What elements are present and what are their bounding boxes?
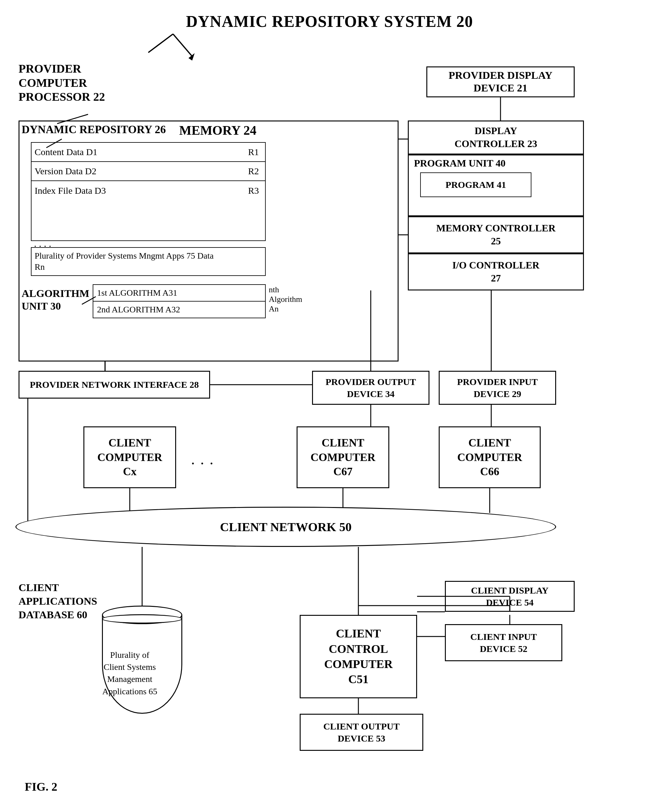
client-cx-box: CLIENT COMPUTER Cx [84, 426, 176, 488]
table-row: Version Data D2 R2 [32, 162, 265, 181]
client-c67-box: CLIENT COMPUTER C67 [296, 426, 389, 488]
client-output-box: CLIENT OUTPUT DEVICE 53 [300, 714, 423, 751]
provider-network-box: PROVIDER NETWORK INTERFACE 28 [19, 371, 210, 399]
client-network-ellipse: CLIENT NETWORK 50 [16, 507, 556, 547]
provider-output-box: PROVIDER OUTPUT DEVICE 34 [312, 371, 429, 405]
svg-line-0 [148, 34, 173, 52]
algorithm-row-1: 1st ALGORITHM A31 [93, 285, 265, 301]
program-41-box: PROGRAM 41 [420, 172, 531, 197]
version-data-r: R2 [248, 166, 262, 177]
io-controller-box: I/O CONTROLLER 27 [408, 253, 584, 290]
plurality-row: Plurality of Provider Systems Mngmt Apps… [31, 247, 266, 276]
table-row: Index File Data D3 R3 [32, 181, 265, 200]
db-cylinder-mid [102, 614, 182, 624]
content-data-label: Content Data D1 [35, 147, 248, 157]
algorithm-unit-label: ALGORITHM UNIT 30 [22, 287, 89, 313]
db-label: Plurality of Client Systems Management A… [74, 649, 185, 697]
table-row: Content Data D1 R1 [32, 143, 265, 162]
provider-processor-label: PROVIDER COMPUTER PROCESSOR 22 [19, 62, 105, 104]
svg-marker-2 [188, 53, 195, 61]
algorithm-row-2: 2nd ALGORITHM A32 [93, 301, 265, 318]
page-title: DYNAMIC REPOSITORY SYSTEM 20 [0, 0, 659, 31]
dots-middle: . . . [192, 454, 215, 467]
provider-input-box: PROVIDER INPUT DEVICE 29 [439, 371, 556, 405]
content-data-r: R1 [248, 147, 262, 157]
client-app-db-label: CLIENT APPLICATIONS DATABASE 60 [19, 581, 97, 622]
client-display-box: CLIENT DISPLAY DEVICE 54 [445, 581, 575, 612]
algorithm-box: 1st ALGORITHM A31 2nd ALGORITHM A32 [93, 284, 266, 318]
program-unit-label: PROGRAM UNIT 40 [414, 158, 506, 169]
index-file-label: Index File Data D3 [35, 185, 248, 196]
client-input-box: CLIENT INPUT DEVICE 52 [445, 624, 562, 661]
dynamic-repository-label: DYNAMIC REPOSITORY 26 [22, 123, 166, 136]
client-control-box: CLIENT CONTROL COMPUTER C51 [300, 615, 417, 698]
svg-line-1 [173, 34, 192, 56]
provider-display-box: PROVIDER DISPLAY DEVICE 21 [426, 66, 575, 97]
client-c66-box: CLIENT COMPUTER C66 [439, 426, 541, 488]
data-table-box: Content Data D1 R1 Version Data D2 R2 In… [31, 142, 266, 241]
memory-controller-box: MEMORY CONTROLLER 25 [408, 216, 584, 253]
nth-algorithm-label: nth Algorithm An [269, 285, 302, 314]
display-controller-box: DISPLAY CONTROLLER 23 [408, 120, 584, 155]
memory-label: MEMORY 24 [179, 123, 257, 138]
version-data-label: Version Data D2 [35, 166, 248, 177]
index-file-r: R3 [248, 185, 262, 196]
fig-label: FIG. 2 [25, 780, 57, 793]
